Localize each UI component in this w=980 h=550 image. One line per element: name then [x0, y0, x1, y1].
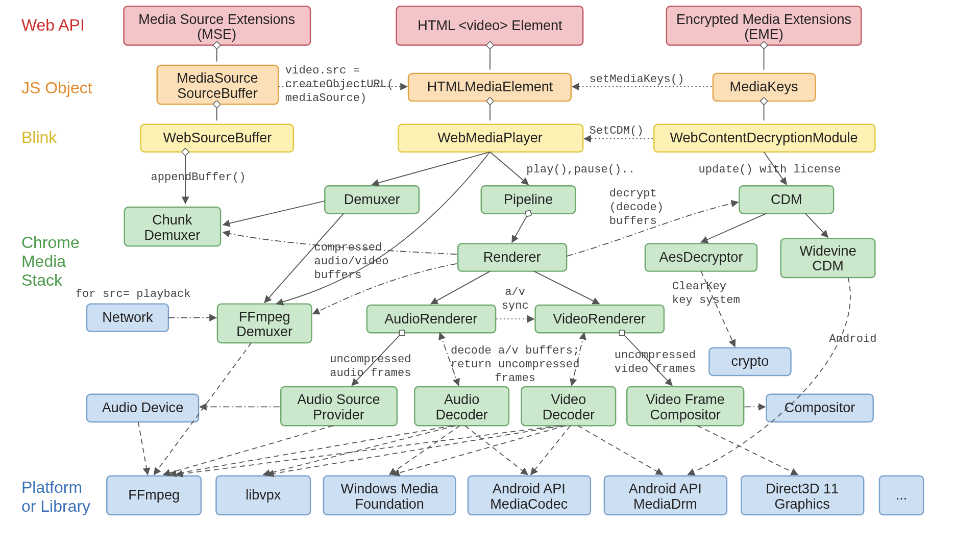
label-uaf-1: uncompressed — [330, 353, 411, 366]
box-network: Network — [87, 304, 168, 332]
svg-text:WebSourceBuffer: WebSourceBuffer — [163, 130, 272, 145]
architecture-diagram: Web API JS Object Blink Chrome Media Sta… — [0, 0, 980, 550]
box-direct3d11: Direct3D 11 Graphics — [741, 476, 864, 515]
svg-text:WebContentDecryptionModule: WebContentDecryptionModule — [670, 130, 858, 145]
box-cdm: CDM — [740, 186, 834, 213]
svg-text:Renderer: Renderer — [483, 249, 541, 265]
svg-text:CDM: CDM — [771, 191, 802, 207]
layer-label-webapi: Web API — [21, 16, 85, 34]
box-compositor: Compositor — [766, 394, 873, 422]
layer-label-jsobject: JS Object — [21, 79, 92, 97]
box-video-decoder: Video Decoder — [522, 387, 616, 426]
box-ffmpeg-lib: FFmpeg — [107, 476, 201, 515]
edge-adec-to-libvpx — [263, 426, 456, 474]
box-platform-more: ... — [879, 476, 923, 515]
svg-text:MediaSource: MediaSource — [177, 70, 258, 86]
box-chunk-demuxer: Chunk Demuxer — [125, 207, 220, 246]
edge-adev-to-ffmpeg — [138, 422, 148, 474]
label-decrypt-2: (decode) — [609, 201, 664, 214]
box-libvpx: libvpx — [216, 476, 310, 515]
label-decret-2: return uncompressed — [451, 358, 579, 371]
svg-text:Chunk: Chunk — [152, 212, 192, 228]
svg-text:Network: Network — [102, 309, 153, 325]
edge-wmp-to-ffdemuxer — [277, 152, 490, 304]
box-aesdecryptor: AesDecryptor — [645, 243, 757, 271]
svg-text:Audio Source: Audio Source — [297, 391, 380, 407]
layer-label-plat1: Platform — [21, 478, 82, 496]
box-widevine-cdm: Widevine CDM — [781, 239, 875, 278]
svg-text:Pipeline: Pipeline — [504, 191, 553, 207]
label-createurl-3: mediaSource) — [285, 92, 366, 105]
svg-text:...: ... — [896, 487, 908, 503]
svg-text:Direct3D 11: Direct3D 11 — [766, 481, 839, 496]
svg-text:AudioRenderer: AudioRenderer — [384, 311, 477, 327]
edge-demux-to-chunk — [223, 201, 325, 225]
label-createurl-2: createObjectURL( — [285, 78, 394, 91]
label-compbuf-3: buffers — [314, 269, 361, 282]
label-setcdm: SetCDM() — [589, 124, 643, 137]
label-decrypt-1: decrypt — [609, 187, 657, 200]
svg-text:Video Frame: Video Frame — [646, 391, 724, 407]
layer-label-chrome1: Chrome — [21, 233, 80, 252]
edge-cdm-to-widevine — [805, 213, 828, 237]
label-appendbuffer: appendBuffer() — [151, 171, 246, 184]
label-clearkey-1: ClearKey — [672, 280, 726, 293]
edge-adec-to-ffmpeg — [169, 426, 452, 474]
edge-renderer-to-vrend — [534, 271, 599, 304]
box-videorenderer: VideoRenderer — [535, 305, 664, 333]
svg-text:(EME): (EME) — [744, 26, 783, 42]
label-compbuf-2: audio/video — [314, 255, 388, 268]
svg-text:Demuxer: Demuxer — [344, 191, 400, 207]
edge-pipeline-to-renderer — [512, 213, 528, 242]
svg-text:Decoder: Decoder — [435, 407, 487, 422]
svg-text:FFmpeg: FFmpeg — [128, 487, 180, 503]
box-renderer: Renderer — [458, 243, 567, 271]
box-htmlmediaelement: HTMLMediaElement — [408, 73, 571, 101]
svg-text:Provider: Provider — [313, 407, 364, 422]
svg-text:Foundation: Foundation — [355, 496, 424, 512]
svg-text:SourceBuffer: SourceBuffer — [177, 85, 257, 101]
edge-cdm-to-aes — [701, 213, 766, 242]
svg-text:Audio: Audio — [444, 391, 479, 407]
svg-text:Graphics: Graphics — [774, 496, 829, 512]
label-avsync-2: sync — [502, 299, 529, 312]
label-playpause: play(),pause().. — [526, 163, 635, 176]
svg-text:Audio Device: Audio Device — [102, 399, 183, 415]
svg-text:libvpx: libvpx — [246, 487, 281, 503]
edge-wvcdm-to-mediadrm — [688, 278, 850, 474]
box-android-mediadrm: Android API MediaDrm — [604, 476, 727, 515]
svg-text:CDM: CDM — [812, 258, 844, 273]
label-uvf-1: uncompressed — [615, 349, 696, 362]
svg-text:crypto: crypto — [731, 353, 769, 369]
box-audio-source-provider: Audio Source Provider — [281, 387, 397, 426]
label-updatelicense: update() with license — [699, 163, 841, 176]
box-audio-decoder: Audio Decoder — [414, 387, 509, 426]
box-websourcebuffer: WebSourceBuffer — [141, 124, 293, 152]
svg-text:(MSE): (MSE) — [197, 26, 236, 42]
svg-text:Demuxer: Demuxer — [236, 323, 292, 339]
box-crypto: crypto — [709, 348, 791, 376]
svg-text:WebMediaPlayer: WebMediaPlayer — [437, 130, 543, 145]
box-webcontentdecryptionmodule: WebContentDecryptionModule — [654, 124, 875, 152]
label-decret-1: decode a/v buffers; — [451, 344, 579, 357]
label-android: Android — [829, 333, 877, 345]
svg-text:FFmpeg: FFmpeg — [239, 309, 290, 324]
svg-text:Android API: Android API — [629, 481, 702, 496]
label-srcplay: for src= playback — [76, 288, 191, 301]
edge-wmp-to-pipeline — [490, 152, 528, 185]
edge-vdec-to-ffmpeg — [176, 426, 559, 474]
edge-vdec-to-amd — [578, 426, 663, 474]
svg-text:MediaDrm: MediaDrm — [633, 496, 697, 512]
box-audio-device: Audio Device — [87, 394, 199, 422]
label-compbuf-1: compressed — [314, 241, 382, 254]
layer-label-chrome3: Stack — [21, 271, 63, 289]
svg-text:Widevine: Widevine — [799, 243, 856, 259]
box-mse: Media Source Extensions (MSE) — [124, 6, 310, 45]
edge-vdec-to-amc — [531, 426, 571, 474]
edge-renderer-to-arend — [431, 271, 490, 304]
edge-asp-to-ffmpeg — [163, 426, 333, 474]
label-decret-3: frames — [495, 372, 535, 385]
edge-vdec-to-wmf — [393, 426, 565, 474]
label-avsync-1: a/v — [505, 286, 525, 298]
svg-text:AesDecryptor: AesDecryptor — [659, 249, 743, 265]
